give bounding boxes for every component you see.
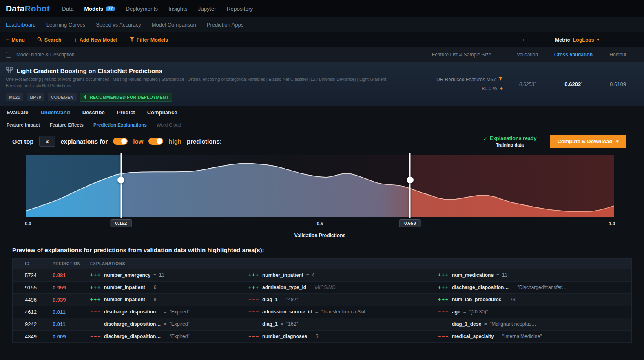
nav-item-data[interactable]: Data <box>62 6 74 12</box>
explanation-cell: −−− diag_1_desc = "Malignant neoplas… <box>438 321 631 327</box>
explanation-feature: number_emergency <box>104 272 150 278</box>
table-row[interactable]: 9155 0.959 +++ number_inpatient = 6 +++ … <box>13 282 631 294</box>
low-threshold-slider[interactable] <box>120 153 122 218</box>
slider-handle-icon[interactable] <box>407 176 414 183</box>
filter-models-button[interactable]: Filter Models <box>130 37 168 43</box>
cross-validation-column-header[interactable]: Cross Validation <box>549 52 598 58</box>
table-row[interactable]: 4612 0.011 −−− discharge_disposition… = … <box>13 306 631 318</box>
table-row[interactable]: 5734 0.981 +++ number_emergency = 13 +++… <box>13 269 631 282</box>
subtab-word-cloud[interactable]: Word Cloud <box>157 122 181 127</box>
model-row[interactable]: Light Gradient Boosting on ElasticNet Pr… <box>0 62 644 106</box>
menu-icon: ≡ <box>6 37 9 43</box>
subnav-prediction-apps[interactable]: Prediction Apps <box>207 22 243 28</box>
high-predictions-toggle[interactable] <box>148 138 163 145</box>
row-prediction: 0.959 <box>53 284 90 291</box>
subnav-learning-curves[interactable]: Learning Curves <box>46 22 85 28</box>
explanation-value: "Transfer from a Skil… <box>321 309 370 315</box>
nav-item-repository[interactable]: Repository <box>227 6 253 12</box>
tab-describe[interactable]: Describe <box>82 109 105 116</box>
toggle-knob-icon <box>121 138 127 144</box>
datarobot-logo[interactable]: DataRobot <box>6 4 50 13</box>
explanation-feature: number_inpatient <box>104 297 145 302</box>
low-label: low <box>133 138 143 145</box>
col-header-id: ID <box>25 262 53 266</box>
equals-sign: = <box>164 321 166 327</box>
equals-sign: = <box>309 284 312 290</box>
explanation-cell: +++ num_medications = 13 <box>438 272 631 278</box>
status-ready-text: Explanations ready <box>490 136 537 141</box>
high-label: high <box>168 138 181 145</box>
add-new-model-button[interactable]: + Add New Model <box>74 37 117 43</box>
row-id: 4496 <box>25 297 53 303</box>
table-row[interactable]: 4496 0.939 +++ number_inpatient = 8 −−− … <box>13 294 631 306</box>
tab-understand[interactable]: Understand <box>40 109 70 116</box>
explanation-strength-icon: +++ <box>90 272 101 278</box>
low-predictions-toggle[interactable] <box>113 138 128 145</box>
nav-item-deployments[interactable]: Deployments <box>126 6 158 12</box>
explanations-table-header: ID PREDICTION EXPLANATIONS <box>13 259 631 269</box>
explanation-feature: num_medications <box>452 272 494 278</box>
subnav-leaderboard[interactable]: Leaderboard <box>6 22 36 28</box>
explanation-strength-icon: −−− <box>248 297 259 302</box>
nav-item-models[interactable]: Models 77 <box>84 6 115 12</box>
search-icon <box>37 37 42 43</box>
explanation-cell: −−− diag_1 = "162" <box>248 321 438 327</box>
score-asterisk: * <box>534 81 536 85</box>
subnav-speed-vs-accuracy[interactable]: Speed vs Accuracy <box>96 22 141 28</box>
sample-size-value[interactable]: 80.0 % + <box>482 85 503 92</box>
explanation-cell: +++ number_inpatient = 6 <box>90 284 248 290</box>
compute-download-button[interactable]: Compute & Download ▾ <box>550 135 626 148</box>
explanation-value: 3 <box>316 333 319 339</box>
explanation-feature: discharge_disposition… <box>104 321 161 327</box>
explanation-feature: medical_specialty <box>452 333 494 339</box>
prediction-distribution-chart <box>26 155 614 217</box>
validation-column-header[interactable]: Validation <box>505 52 549 58</box>
equals-sign: = <box>511 284 514 290</box>
understand-sub-tabs: Feature Impact Feature Effects Predictio… <box>0 119 644 131</box>
explanation-strength-icon: −−− <box>90 333 101 339</box>
toggle-knob-icon <box>157 138 162 144</box>
explanation-strength-icon: +++ <box>248 272 259 278</box>
select-all-checkbox[interactable] <box>6 52 11 58</box>
explanation-value: MISSING <box>315 284 336 290</box>
sample-size-plus-icon: + <box>500 85 503 92</box>
subtab-feature-effects[interactable]: Feature Effects <box>50 122 84 127</box>
menu-button[interactable]: ≡ Menu <box>6 37 25 43</box>
table-row[interactable]: 9242 0.011 −−− discharge_disposition… = … <box>13 318 631 331</box>
table-row[interactable]: 4849 0.009 −−− discharge_disposition… = … <box>13 331 631 343</box>
reduced-features-icon <box>498 77 503 82</box>
holdout-column-header[interactable]: Holdout <box>598 52 638 58</box>
row-prediction: 0.011 <box>53 309 90 315</box>
explanation-cell: −−− age = "[20-30)" <box>438 309 631 315</box>
tab-predict[interactable]: Predict <box>117 109 135 116</box>
metric-selector[interactable]: Metric LogLoss ▾ <box>555 37 599 43</box>
chevron-down-icon: ▾ <box>616 138 619 144</box>
equals-sign: = <box>306 272 309 278</box>
nav-item-jupyter[interactable]: Jupyter <box>198 6 216 12</box>
feature-list-value[interactable]: DR Reduced Features M67 <box>436 77 503 82</box>
explanation-feature: number_diagnoses <box>262 333 307 339</box>
explanations-status: ✓ Explanations ready Training data <box>483 136 536 147</box>
slider-handle-icon[interactable] <box>117 176 124 183</box>
tab-compliance[interactable]: Compliance <box>147 109 177 116</box>
get-top-label: Get top <box>12 138 34 145</box>
subnav-model-comparison[interactable]: Model Comparison <box>152 22 196 28</box>
explanation-feature: diag_1_desc <box>452 321 481 327</box>
equals-sign: = <box>164 309 166 315</box>
high-threshold-slider[interactable] <box>409 153 411 218</box>
explanation-strength-icon: −−− <box>438 321 449 327</box>
row-prediction: 0.009 <box>53 333 90 340</box>
subtab-prediction-explanations[interactable]: Prediction Explanations <box>93 122 147 127</box>
col-header-explanations: EXPLANATIONS <box>90 262 248 266</box>
subtab-feature-impact[interactable]: Feature Impact <box>7 122 40 127</box>
explanation-cell: +++ number_inpatient = 8 <box>90 297 248 302</box>
nav-item-insights[interactable]: Insights <box>168 6 188 12</box>
search-button[interactable]: Search <box>37 37 62 43</box>
low-threshold-value: 0.162 <box>110 219 132 227</box>
explanation-strength-icon: +++ <box>90 284 101 290</box>
holdout-score: 0.6109 <box>598 81 638 87</box>
tab-evaluate[interactable]: Evaluate <box>7 109 28 116</box>
explanation-feature: discharge_disposition… <box>452 284 509 290</box>
top-count-input[interactable] <box>39 136 55 147</box>
leaderboard-header-row: Model Name & Description Feature List & … <box>0 47 644 62</box>
